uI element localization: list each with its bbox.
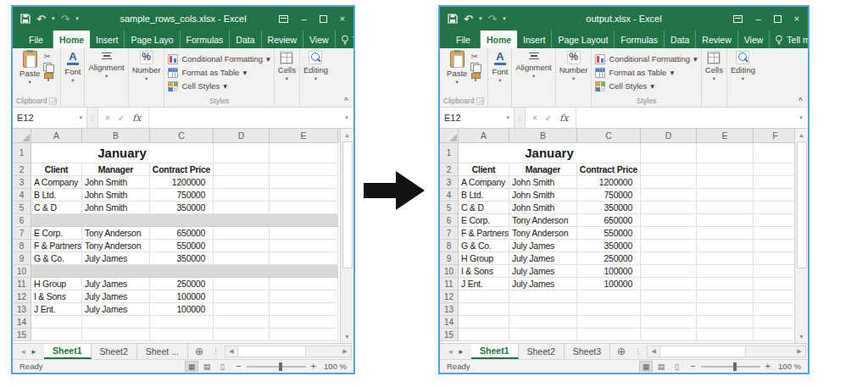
cell[interactable] (270, 143, 338, 163)
cell[interactable]: July James (509, 240, 577, 252)
cell[interactable]: H Group (31, 278, 82, 290)
next-sheet-icon[interactable]: ▸ (32, 347, 36, 356)
format-painter-icon[interactable] (43, 73, 53, 81)
insert-function-icon[interactable]: fx (132, 113, 141, 124)
cell[interactable] (754, 329, 794, 341)
cell[interactable]: 350000 (150, 252, 214, 265)
cell[interactable]: July James (82, 303, 150, 316)
collapse-ribbon-icon[interactable]: ^ (798, 96, 803, 104)
prev-sheet-icon[interactable]: ◂ (448, 347, 453, 356)
redo-icon[interactable]: ↷ (487, 14, 497, 25)
cell[interactable]: G & Co. (31, 252, 82, 265)
cell[interactable] (459, 290, 509, 303)
row-header-3[interactable]: 3 (440, 176, 459, 189)
row-header-3[interactable]: 3 (13, 176, 31, 189)
cell[interactable] (641, 240, 697, 252)
cell-month-title[interactable]: January (459, 143, 641, 163)
row-header-6[interactable]: 6 (440, 214, 459, 227)
cell[interactable]: 650000 (577, 214, 641, 227)
cell[interactable] (82, 316, 150, 329)
number-button[interactable]: % Number ▾ (559, 51, 588, 82)
zoom-slider-thumb[interactable] (733, 362, 737, 371)
close-icon[interactable]: × (794, 14, 799, 24)
cell[interactable] (509, 290, 577, 303)
cell[interactable] (754, 163, 794, 176)
cell[interactable]: I & Sons (31, 290, 82, 303)
horizontal-scrollbar[interactable]: ◀ ▶ (647, 346, 806, 357)
cell[interactable] (754, 240, 794, 252)
vertical-scrollbar[interactable]: ▲ ▼ (340, 129, 353, 343)
tell-me-button[interactable]: Tell me (770, 35, 810, 45)
cut-icon[interactable]: ✂ (470, 53, 481, 61)
vertical-scrollbar[interactable]: ▲ ▼ (794, 129, 808, 343)
cell[interactable] (641, 202, 697, 214)
cell[interactable] (641, 227, 697, 240)
cell[interactable] (214, 278, 270, 290)
cell[interactable] (214, 240, 270, 252)
prev-sheet-icon[interactable]: ◂ (21, 347, 25, 356)
cell[interactable] (754, 316, 794, 329)
cell[interactable]: Manager (509, 163, 577, 176)
zoom-slider[interactable] (701, 366, 760, 368)
normal-view-icon[interactable]: ▦ (639, 361, 653, 372)
cell[interactable] (577, 316, 641, 329)
vertical-scroll-thumb[interactable] (342, 141, 353, 268)
column-header-e[interactable]: E (697, 129, 754, 143)
cell[interactable]: 100000 (577, 278, 641, 290)
formula-bar-grip[interactable]: ⋮ (87, 108, 97, 128)
cell[interactable] (459, 303, 509, 316)
cell[interactable]: John Smith (509, 202, 577, 214)
cell[interactable] (697, 265, 754, 278)
cell[interactable]: A Company (459, 176, 509, 189)
row-header-5[interactable]: 5 (13, 202, 31, 214)
select-all-corner[interactable] (13, 129, 31, 143)
cell[interactable] (641, 252, 697, 265)
cell[interactable]: 250000 (150, 278, 214, 290)
cell[interactable] (214, 189, 270, 202)
sheetbar-grip[interactable]: ⋮ (632, 344, 643, 359)
cell[interactable] (641, 329, 697, 341)
row-header-11[interactable]: 11 (13, 278, 31, 290)
cell[interactable] (214, 329, 270, 341)
cell[interactable] (214, 163, 270, 176)
ribbon-tab-file[interactable]: File (19, 30, 53, 48)
zoom-in-icon[interactable]: + (311, 362, 316, 371)
cell[interactable]: July James (509, 278, 577, 290)
cell[interactable]: 350000 (150, 202, 214, 214)
format-as-table-button[interactable]: Format as Table ▾ (168, 66, 247, 79)
cell[interactable] (697, 278, 754, 290)
cell[interactable] (697, 163, 754, 176)
cell[interactable]: July James (82, 290, 150, 303)
row-header-5[interactable]: 5 (440, 202, 459, 214)
row-header-15[interactable]: 15 (13, 329, 31, 341)
cell[interactable]: 1200000 (150, 176, 214, 189)
cell[interactable] (697, 240, 754, 252)
undo-icon[interactable]: ↶ (36, 14, 46, 25)
cell[interactable]: 100000 (150, 303, 214, 316)
editing-button[interactable]: Editing ▾ (303, 51, 328, 82)
row-header-1[interactable]: 1 (440, 143, 459, 163)
row-header-10[interactable]: 10 (13, 265, 31, 278)
vertical-scroll-thumb[interactable] (797, 141, 807, 268)
qat-customize-icon[interactable]: ▾ (503, 15, 506, 22)
row-header-4[interactable]: 4 (440, 189, 459, 202)
cell[interactable] (641, 163, 697, 176)
cell[interactable] (697, 176, 754, 189)
zoom-level[interactable]: 100 % (776, 362, 801, 371)
font-button[interactable]: A Font ▾ (492, 51, 508, 84)
scroll-up-icon[interactable]: ▲ (795, 129, 808, 141)
cell[interactable]: C & D (459, 202, 509, 214)
row-header-2[interactable]: 2 (440, 163, 459, 176)
column-header-e[interactable]: E (270, 129, 338, 143)
expand-formula-bar-icon[interactable]: ▾ (340, 108, 353, 128)
sheet-tab-sheet-[interactable]: Sheet ... (137, 344, 188, 359)
cell[interactable] (577, 329, 641, 341)
cell[interactable] (270, 240, 338, 252)
horizontal-scrollbar[interactable]: ◀ ▶ (225, 346, 352, 357)
cell[interactable]: July James (82, 278, 150, 290)
scroll-left-icon[interactable]: ◀ (225, 348, 237, 355)
cell[interactable] (697, 214, 754, 227)
ribbon-tab-data[interactable]: Data (665, 30, 696, 48)
cell[interactable]: Tony Anderson (82, 240, 150, 252)
number-button[interactable]: % Number ▾ (132, 51, 161, 82)
